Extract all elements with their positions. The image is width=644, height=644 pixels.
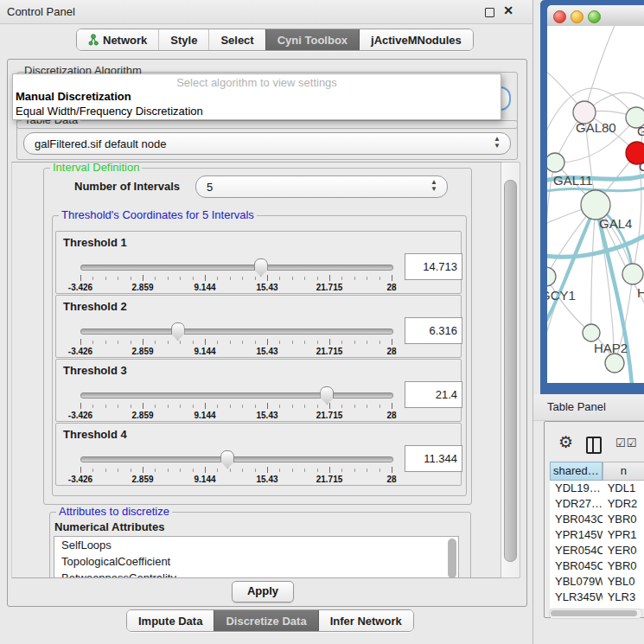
control-panel-tabs: NetworkStyleSelectCyni ToolboxjActiveMNo… [76,29,474,51]
threshold-label: Threshold 4 [63,428,127,441]
table-cell: YBR0 [603,558,644,574]
tab-label: Infer Network [330,615,402,628]
tab-select[interactable]: Select [208,29,265,50]
slider-tick [304,277,305,280]
slider-tick [354,341,355,344]
close-traffic-light-icon[interactable] [553,10,566,23]
attribute-list-item[interactable]: TopologicalCoefficient [54,553,458,570]
slider-thumb[interactable] [320,386,334,405]
tab-network[interactable]: Network [77,29,158,50]
table-hscroll-thumb[interactable] [551,610,637,616]
control-panel: Control Panel ✕ NetworkStyleSelectCyni T… [0,0,533,644]
slider-track[interactable] [80,392,393,399]
columns-layout-icon[interactable] [586,437,602,454]
network-canvas[interactable]: GAL80GACGAL11GAL4GCY1HHAP2 [547,26,644,383]
slider-tick [292,341,293,344]
slider-tick-label: 15.43 [245,283,289,292]
minimize-traffic-light-icon[interactable] [571,10,583,23]
num-intervals-label: Number of Intervals [74,180,180,193]
algorithm-option-manual[interactable]: Manual Discretization [13,89,501,104]
network-view-window[interactable]: GAL80GACGAL11GAL4GCY1HHAP2 [540,0,644,394]
close-icon[interactable]: ✕ [503,3,513,17]
slider-tick [105,277,106,280]
threshold-value-field[interactable]: 11.344 [405,445,462,472]
slider-tick [230,469,231,472]
list-scrollbar[interactable] [447,539,457,578]
slider-tick [255,405,256,408]
numerical-attributes-list[interactable]: SelfLoopsTopologicalCoefficientBetweenne… [54,536,459,578]
slider-tick [304,469,305,472]
slider-tick [255,341,256,344]
tab-style[interactable]: Style [158,29,208,50]
num-intervals-combobox[interactable]: 5 ▲▼ [195,175,448,198]
slider-tick-label: 9.144 [183,411,226,420]
table-row[interactable]: YER054CYER0 [550,543,644,558]
float-window-icon[interactable] [485,8,494,17]
slider-tick [292,469,293,472]
slider-tick [180,405,181,408]
table-data-combobox[interactable]: galFiltered.sif default node ▲▼ [23,132,511,155]
threshold-value-field[interactable]: 6.316 [405,317,462,344]
slider-track[interactable] [80,456,393,462]
table-row[interactable]: YDL19…YDL1 [550,481,644,496]
slider-tick [217,277,218,280]
network-node[interactable] [622,264,643,284]
threshold-value-field[interactable]: 14.713 [405,253,462,280]
column-header-1[interactable]: shared… [550,462,603,481]
table-row[interactable]: YBR043CYBR0 [550,512,644,527]
tab-cyni-toolbox[interactable]: Cyni Toolbox [265,29,359,50]
node-table[interactable]: shared…nYDL19…YDL1YDR27…YDR2YBR043CYBR0Y… [550,462,644,609]
slider-tick [329,467,330,473]
slider-tick [168,405,169,408]
slider-tick [230,341,231,344]
slider-tick [329,339,330,345]
table-row[interactable]: YDR27…YDR2 [550,496,644,512]
list-scrollbar-thumb[interactable] [448,539,456,578]
slider-tick [317,341,318,344]
control-panel-titlebar: Control Panel ✕ [0,0,532,24]
network-node[interactable] [583,324,600,341]
column-header-2[interactable]: n [603,462,644,481]
slider-tick-label: 15.43 [245,347,289,356]
threshold-value-field[interactable]: 21.4 [405,381,462,408]
table-row[interactable]: YLR345WYLR3 [550,590,644,605]
gear-icon[interactable]: ⚙ [558,432,573,452]
slider-track[interactable] [80,328,393,335]
slider-tick [205,467,206,473]
slider-tick [267,275,268,281]
zoom-traffic-light-icon[interactable] [588,10,601,23]
slider-tick [255,469,256,472]
select-columns-checkboxes-icon[interactable]: ☑☑ [615,437,637,450]
slider-tick [205,339,206,345]
table-horizontal-scrollbar[interactable] [549,609,642,619]
cyni-bottom-tabs: Impute DataDiscretize DataInfer Network [126,609,414,632]
attribute-list-item[interactable]: BetweennessCentrality [54,570,458,578]
slider-thumb[interactable] [254,258,268,277]
slider-tick [180,469,181,472]
network-node[interactable] [605,354,624,373]
algorithm-option-equal-width[interactable]: Equal Width/Frequency Discretization [13,104,501,118]
attribute-list-item[interactable]: SelfLoops [54,537,458,553]
slider-thumb[interactable] [171,322,185,341]
apply-button[interactable]: Apply [232,581,294,603]
table-row[interactable]: YBL079WYBL0 [550,574,644,590]
vertical-scrollbar-thumb[interactable] [504,180,517,562]
network-window-titlebar[interactable] [547,5,644,27]
tab-jactivemnodules[interactable]: jActiveMNodules [359,29,473,50]
table-row[interactable]: YBR045CYBR0 [550,558,644,574]
slider-tick-label: -3.426 [59,475,102,484]
slider-thumb[interactable] [220,450,234,469]
slider-tick [168,341,169,344]
slider-track[interactable] [80,265,393,271]
network-node[interactable] [581,190,610,220]
slider-tick [255,277,256,280]
tab-infer-network[interactable]: Infer Network [318,610,413,631]
tab-impute-data[interactable]: Impute Data [127,610,214,631]
table-row[interactable]: YPR145WYPR1 [550,527,644,543]
network-node[interactable] [547,153,564,172]
network-node[interactable] [547,267,556,286]
slider-tick [279,277,280,280]
slider-tick [267,403,268,409]
tab-discretize-data[interactable]: Discretize Data [214,610,317,631]
vertical-scrollbar[interactable] [501,162,520,578]
